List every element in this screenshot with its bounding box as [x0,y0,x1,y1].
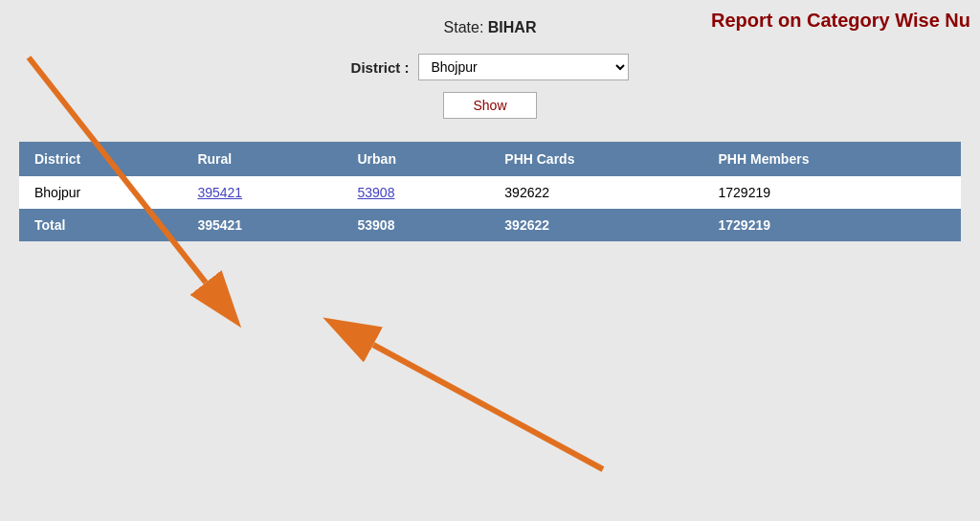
report-title: Report on Category Wise Nu [711,10,970,32]
col-header-rural: Rural [182,142,342,176]
total-rural: 395421 [182,209,342,241]
cell-phh-cards: 392622 [489,176,702,209]
total-phh-cards: 392622 [489,209,702,241]
show-button-row: Show [443,92,536,119]
col-header-urban: Urban [343,142,490,176]
col-header-phh-cards: PHH Cards [489,142,702,176]
total-urban: 53908 [343,209,490,241]
cell-urban[interactable]: 53908 [343,176,490,209]
district-filter-row: District : Bhojpur Araria Arwal Aurangab… [351,54,630,80]
cell-phh-members: 1729219 [703,176,961,209]
total-phh-members: 1729219 [703,209,961,241]
cell-district: Bhojpur [19,176,182,209]
col-header-district: District [19,142,182,176]
table-header-row: District Rural Urban PHH Cards PHH Membe… [19,142,961,176]
state-label: State: BIHAR [444,19,537,35]
district-select[interactable]: Bhojpur Araria Arwal Aurangabad Banka Be… [418,54,629,80]
svg-line-2 [373,345,603,469]
filter-section: District : Bhojpur Araria Arwal Aurangab… [19,54,961,119]
state-name: BIHAR [488,19,537,35]
col-header-phh-members: PHH Members [703,142,961,176]
page-container: Report on Category Wise Nu State: BIHAR … [0,0,980,521]
table-row: Bhojpur 395421 53908 392622 1729219 [19,176,961,209]
data-table: District Rural Urban PHH Cards PHH Membe… [19,142,961,241]
state-prefix: State: [444,19,484,35]
total-row: Total 395421 53908 392622 1729219 [19,209,961,241]
cell-rural[interactable]: 395421 [182,176,342,209]
show-button[interactable]: Show [443,92,536,119]
total-label: Total [19,209,182,241]
district-filter-label: District : [351,59,410,76]
